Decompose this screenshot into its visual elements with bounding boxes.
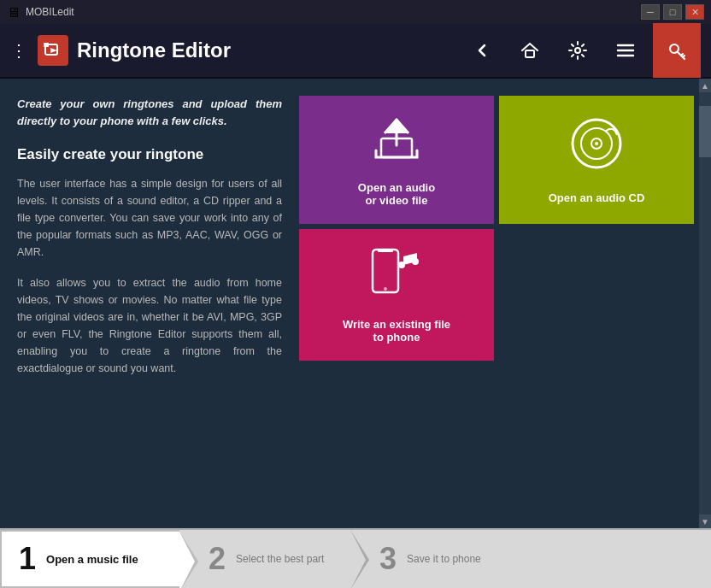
app-logo: Ringtone Editor (38, 35, 461, 66)
svg-point-3 (575, 48, 580, 53)
settings-button[interactable] (557, 30, 598, 71)
step-3-number: 3 (379, 541, 397, 577)
maximize-button[interactable]: □ (663, 4, 682, 20)
title-bar-label: MOBILedit (26, 6, 641, 18)
open-cd-tile[interactable]: Open an audio CD (499, 96, 694, 224)
main-content: Create your own ringtones and upload the… (0, 79, 711, 528)
open-cd-label: Open an audio CD (549, 191, 645, 204)
title-bar: 🖥 MOBILedit ─ □ ✕ (0, 0, 711, 24)
toolbar-nav (461, 23, 701, 78)
paragraph-1: The user interface has a simple design f… (17, 175, 282, 261)
window-controls: ─ □ ✕ (641, 4, 704, 20)
step-2[interactable]: 2 Select the best part (179, 530, 350, 588)
write-file-icon (366, 246, 427, 308)
key-button[interactable] (653, 23, 701, 78)
step-3-label: Save it to phone (407, 553, 481, 565)
step-1[interactable]: 1 Open a music file (0, 530, 179, 588)
scroll-thumb[interactable] (699, 106, 711, 157)
step-1-label: Open a music file (46, 553, 138, 566)
app-title: Ringtone Editor (77, 38, 231, 62)
paragraph-2: It also allows you to extract the audio … (17, 274, 282, 377)
close-button[interactable]: ✕ (685, 4, 704, 20)
toolbar: ⋮ Ringtone Editor (0, 24, 711, 79)
hamburger-icon[interactable]: ⋮ (10, 40, 27, 61)
logo-icon (38, 35, 68, 66)
minimize-button[interactable]: ─ (641, 4, 660, 20)
open-audio-label: Open an audioor video file (358, 181, 435, 207)
svg-point-9 (595, 142, 598, 145)
svg-point-12 (384, 287, 387, 291)
svg-point-13 (398, 262, 405, 268)
open-cd-icon (569, 116, 624, 181)
intro-text: Create your own ringtones and upload the… (17, 96, 282, 129)
svg-point-14 (412, 258, 419, 265)
step-1-number: 1 (19, 541, 36, 577)
open-audio-tile[interactable]: Open an audioor video file (299, 96, 494, 224)
home-button[interactable] (509, 30, 550, 71)
scroll-up-button[interactable]: ▲ (699, 79, 711, 92)
scrollbar[interactable]: ▲ ▼ (699, 79, 711, 528)
write-file-label: Write an existing fileto phone (343, 318, 450, 344)
menu-button[interactable] (605, 30, 646, 71)
step-2-label: Select the best part (236, 553, 324, 565)
section-heading: Easily create your ringtone (17, 146, 282, 163)
scroll-down-button[interactable]: ▼ (699, 514, 711, 528)
tile-grid: Open an audioor video file Open an audio… (299, 96, 694, 511)
step-2-number: 2 (209, 541, 226, 577)
write-file-tile[interactable]: Write an existing fileto phone (299, 229, 494, 361)
svg-rect-1 (44, 43, 49, 47)
step-bar: 1 Open a music file 2 Select the best pa… (0, 528, 711, 588)
app-icon: 🖥 (7, 5, 21, 19)
svg-rect-2 (526, 50, 534, 57)
svg-rect-10 (373, 250, 398, 292)
left-panel: Create your own ringtones and upload the… (17, 96, 299, 511)
open-audio-icon (369, 113, 424, 171)
svg-rect-11 (378, 250, 393, 252)
back-button[interactable] (461, 30, 502, 71)
step-3[interactable]: 3 Save it to phone (350, 530, 711, 588)
